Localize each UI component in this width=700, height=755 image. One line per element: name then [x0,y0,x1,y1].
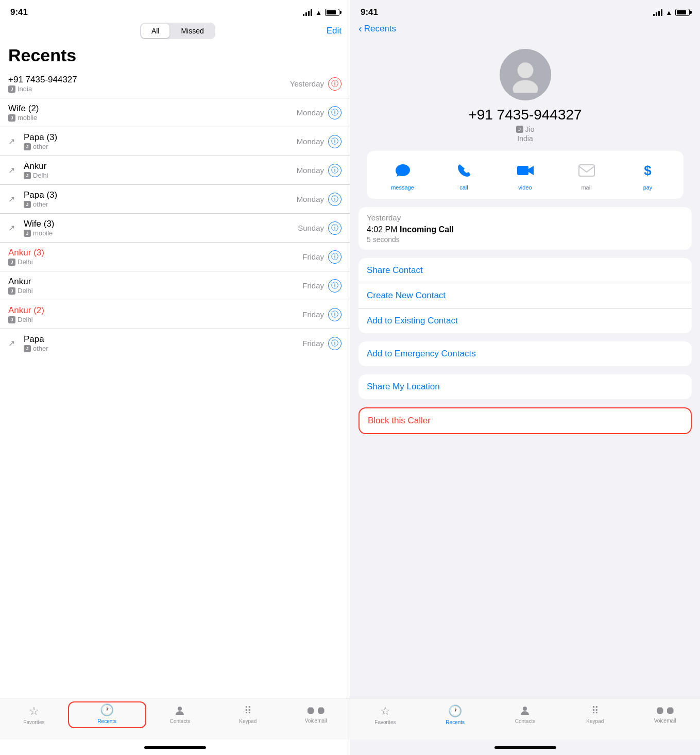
contact-right: Monday ⓘ [297,135,342,148]
call-entry-main: 4:02 PM Incoming Call [367,225,684,234]
svg-point-2 [513,80,538,93]
contact-name-missed: Ankur (2) [8,305,44,316]
tab-favorites[interactable]: ☆ Favorites [0,702,68,727]
info-button[interactable]: ⓘ [328,164,342,177]
contact-date: Sunday [298,224,324,232]
right-tab-favorites[interactable]: ☆ Favorites [350,702,420,727]
contact-info: Wife (3) J mobile [24,219,55,237]
info-button[interactable]: ⓘ [328,279,342,293]
carrier-badge: J [24,143,31,150]
tab-favorites-label: Favorites [23,719,44,725]
wifi-icon: ▲ [315,9,322,16]
contact-sub: J Delhi [8,287,33,295]
tab-recents-label: Recents [97,718,116,724]
tab-keypad[interactable]: ⠿ Keypad [214,702,282,727]
info-button[interactable]: ⓘ [328,193,342,206]
action-list-group1: Share Contact Create New Contact Add to … [358,258,692,333]
list-item[interactable]: ↗ Papa (3) J other Monday ⓘ [0,127,350,156]
favorites-icon: ☆ [29,705,39,718]
contact-date: Friday [302,310,324,319]
video-label: video [518,184,532,191]
contact-name: +91 7435-944327 [8,75,77,85]
carrier-badge: J [8,114,15,122]
list-item[interactable]: ↗ Papa J other Friday ⓘ [0,329,350,357]
signal-icon [303,9,312,16]
left-home-indicator [0,740,350,755]
battery-icon [325,9,339,16]
contact-name: Ankur [8,277,33,287]
tab-voicemail[interactable]: ⏺⏺ Voicemail [282,702,350,727]
list-item[interactable]: Ankur (2) J Delhi Friday ⓘ [0,300,350,329]
outgoing-icon: ↗ [8,223,19,233]
segment-all[interactable]: All [141,24,170,38]
contact-left: Wife (2) J mobile [8,104,297,122]
keypad-icon: ⠿ [244,705,252,717]
add-existing-contact-item[interactable]: Add to Existing Contact [358,308,692,333]
block-caller-item[interactable]: Block this Caller [360,408,691,433]
call-action-btn[interactable]: call [433,159,494,191]
info-button[interactable]: ⓘ [328,135,342,148]
right-tab-recents[interactable]: 🕐 Recents [420,702,490,727]
create-contact-item[interactable]: Create New Contact [358,283,692,308]
share-contact-item[interactable]: Share Contact [358,258,692,283]
info-button[interactable]: ⓘ [328,221,342,235]
contact-left: Ankur (2) J Delhi [8,305,302,323]
segment-missed[interactable]: Missed [170,24,214,38]
list-item[interactable]: Ankur J Delhi Friday ⓘ [0,271,350,300]
back-chevron-icon: ‹ [358,23,362,35]
edit-button[interactable]: Edit [327,26,342,36]
recents-title: Recents [0,43,350,70]
voicemail-icon: ⏺⏺ [305,705,326,716]
call-entry-duration: 5 seconds [367,235,684,244]
call-icon [451,159,477,182]
list-item[interactable]: ↗ Ankur J Delhi Monday ⓘ [0,156,350,185]
contact-sub: J other [24,345,48,352]
video-action-btn[interactable]: video [494,159,556,191]
wifi-icon: ▲ [665,9,672,16]
right-tab-keypad[interactable]: ⠿ Keypad [560,702,630,727]
contact-carrier: J Jio [516,125,535,133]
right-tab-bar: ☆ Favorites 🕐 Recents Contacts ⠿ Keypad … [350,698,700,740]
call-history-entry: 4:02 PM Incoming Call 5 seconds [367,225,684,244]
carrier-badge: J [8,287,15,295]
right-home-bar [494,746,556,749]
list-item[interactable]: ↗ Wife (3) J mobile Sunday ⓘ [0,214,350,243]
contact-right: Friday ⓘ [302,337,342,350]
list-item[interactable]: Wife (2) J mobile Monday ⓘ [0,98,350,127]
list-item[interactable]: ↗ Papa (3) J other Monday ⓘ [0,185,350,214]
contact-left: +91 7435-944327 J India [8,75,290,93]
action-list-group2: Add to Emergency Contacts [358,341,692,366]
right-favorites-icon: ☆ [380,705,390,718]
info-button[interactable]: ⓘ [328,250,342,264]
right-status-icons: ▲ [653,9,690,16]
tab-contacts[interactable]: Contacts [146,702,214,727]
add-emergency-contact-item[interactable]: Add to Emergency Contacts [358,341,692,366]
action-buttons: message call [367,151,684,199]
right-keypad-icon: ⠿ [591,705,599,717]
contact-left: ↗ Wife (3) J mobile [8,219,298,237]
recents-icon: 🕐 [100,703,114,717]
back-button[interactable]: ‹ Recents [358,23,396,35]
info-button[interactable]: ⓘ [328,308,342,321]
tab-voicemail-label: Voicemail [305,718,327,724]
list-item[interactable]: Ankur (3) J Delhi Friday ⓘ [0,243,350,271]
right-status-bar: 9:41 ▲ [350,0,700,21]
right-tab-contacts[interactable]: Contacts [490,702,560,727]
info-button-highlighted[interactable]: ⓘ [328,77,342,91]
svg-rect-3 [517,166,528,175]
info-button[interactable]: ⓘ [328,337,342,350]
pay-icon: $ [635,159,661,182]
info-button[interactable]: ⓘ [328,106,342,119]
mail-action-btn[interactable]: mail [556,159,617,191]
tab-recents-highlighted[interactable]: 🕐 Recents [68,701,146,728]
carrier-badge: J [24,345,31,352]
right-tab-voicemail[interactable]: ⏺⏺ Voicemail [630,702,700,727]
carrier-badge: J [8,85,15,93]
contact-name-missed: Ankur (3) [8,248,44,258]
message-action-btn[interactable]: message [372,159,433,191]
pay-action-btn[interactable]: $ pay [617,159,678,191]
outgoing-icon: ↗ [8,165,19,175]
video-icon [512,159,539,182]
share-location-item[interactable]: Share My Location [358,374,692,399]
list-item[interactable]: +91 7435-944327 J India Yesterday ⓘ [0,70,350,98]
